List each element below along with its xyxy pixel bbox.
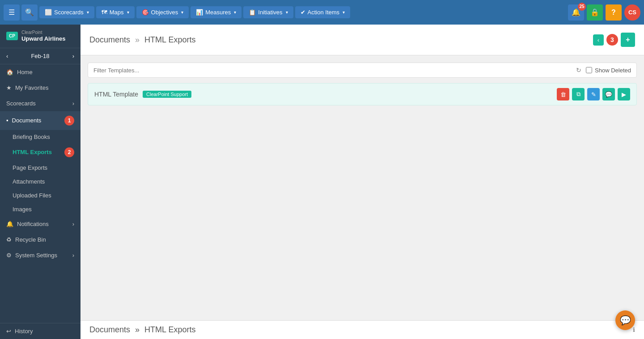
- footer-info-icon: ℹ: [633, 326, 635, 333]
- measures-nav-icon: 📊: [196, 9, 203, 16]
- maps-nav-icon: 🗺: [102, 9, 107, 16]
- main-content: Documents » HTML Exports ‹ 3 + ↻ Show De…: [80, 25, 644, 339]
- nav-measures-button[interactable]: 📊 Measures ▾: [191, 6, 242, 18]
- sidebar-period[interactable]: ‹ Feb-18 ›: [0, 48, 80, 64]
- action-items-dropdown-arrow: ▾: [343, 10, 345, 15]
- play-template-button[interactable]: ▶: [618, 88, 630, 100]
- objectives-dropdown-arrow: ▾: [181, 10, 183, 15]
- nav-scorecards-button[interactable]: ⬜ Scorecards ▾: [39, 6, 94, 18]
- template-row: HTML Template ClearPoint Support 🗑 ⧉ ✎ 💬…: [88, 83, 637, 105]
- sidebar-sub-uploaded-files[interactable]: Uploaded Files: [0, 188, 80, 202]
- prev-step-button[interactable]: ‹: [593, 34, 604, 46]
- content-body: ↻ Show Deleted HTML Template ClearPoint …: [80, 55, 644, 320]
- breadcrumb: Documents » HTML Exports: [89, 35, 195, 45]
- show-deleted-label[interactable]: Show Deleted: [595, 67, 631, 74]
- show-deleted-checkbox[interactable]: [586, 67, 592, 73]
- sidebar-scorecards-section[interactable]: Scorecards ›: [0, 96, 80, 111]
- copy-template-button[interactable]: ⧉: [572, 88, 585, 100]
- help-button[interactable]: ?: [606, 4, 622, 21]
- sidebar-sub-html-exports[interactable]: HTML Exports 2: [0, 144, 80, 161]
- home-icon: 🏠: [6, 69, 13, 75]
- template-name: HTML Template: [94, 91, 138, 98]
- objectives-nav-icon: 🎯: [142, 9, 149, 16]
- star-icon: ★: [6, 84, 12, 91]
- chevron-right-section-icon: ›: [72, 100, 74, 107]
- nav-maps-button[interactable]: 🗺 Maps ▾: [96, 6, 135, 18]
- chevron-settings-icon: ›: [72, 252, 74, 259]
- sidebar: CP ClearPoint Upward Airlines ‹ Feb-18 ›…: [0, 25, 80, 339]
- main-layout: CP ClearPoint Upward Airlines ‹ Feb-18 ›…: [0, 25, 644, 339]
- maps-dropdown-arrow: ▾: [127, 10, 129, 15]
- template-badge: ClearPoint Support: [143, 91, 191, 98]
- nav-objectives-button[interactable]: 🎯 Objectives ▾: [136, 6, 189, 18]
- notification-badge: 25: [578, 3, 586, 11]
- chat-widget-button[interactable]: 💬: [615, 310, 635, 330]
- scorecards-nav-icon: ⬜: [45, 9, 52, 16]
- sidebar-sub-page-exports[interactable]: Page Exports: [0, 161, 80, 175]
- history-icon: ↩: [6, 328, 11, 335]
- nav-right-actions: 🔔 25 🔒 ? CS: [568, 4, 640, 21]
- header-actions: ‹ 3 +: [593, 33, 635, 47]
- nav-initiatives-button[interactable]: 📋 Initiatives ▾: [243, 6, 293, 18]
- content-footer: Documents » HTML Exports ℹ: [80, 320, 644, 339]
- logo-text: ClearPoint Upward Airlines: [21, 30, 65, 42]
- footer-breadcrumb-sep: »: [135, 325, 140, 334]
- sidebar-logo: CP ClearPoint Upward Airlines: [0, 25, 80, 48]
- filter-actions: ↻ Show Deleted: [576, 67, 631, 74]
- sidebar-item-history[interactable]: ↩ History: [0, 323, 80, 339]
- sidebar-sub-attachments[interactable]: Attachments: [0, 175, 80, 188]
- recycle-icon: ♻: [6, 236, 12, 243]
- show-deleted-container: Show Deleted: [586, 67, 631, 74]
- initiatives-dropdown-arrow: ▾: [286, 10, 288, 15]
- delete-template-button[interactable]: 🗑: [557, 88, 569, 100]
- filter-input[interactable]: [93, 67, 576, 74]
- template-row-actions: 🗑 ⧉ ✎ 💬 ▶: [557, 88, 630, 100]
- footer-breadcrumb: Documents » HTML Exports: [89, 325, 195, 335]
- sidebar-item-favorites[interactable]: ★ My Favorites: [0, 80, 80, 96]
- scorecards-dropdown-arrow: ▾: [87, 10, 89, 15]
- hamburger-menu-button[interactable]: ☰: [4, 4, 20, 21]
- chevron-notifications-icon: ›: [72, 221, 74, 227]
- comment-template-button[interactable]: 💬: [602, 88, 615, 100]
- gear-icon: ⚙: [6, 252, 12, 259]
- initiatives-nav-icon: 📋: [249, 9, 256, 16]
- action-items-nav-icon: ✔: [301, 9, 305, 16]
- step-number-badge: 3: [606, 34, 618, 46]
- logo-icon: CP: [6, 32, 18, 40]
- lock-button[interactable]: 🔒: [587, 4, 603, 21]
- top-navigation: ☰ 🔍 ⬜ Scorecards ▾ 🗺 Maps ▾ 🎯 Objectives…: [0, 0, 644, 25]
- bell-icon: 🔔: [6, 221, 13, 227]
- step-badge-2: 2: [64, 147, 74, 157]
- user-avatar-button[interactable]: CS: [624, 4, 640, 21]
- sidebar-notifications-section[interactable]: 🔔 Notifications ›: [0, 216, 80, 232]
- add-template-button[interactable]: +: [621, 33, 635, 47]
- sidebar-item-home[interactable]: 🏠 Home: [0, 64, 80, 80]
- notifications-button[interactable]: 🔔 25: [568, 4, 584, 21]
- sidebar-item-recycle-bin[interactable]: ♻ Recycle Bin: [0, 232, 80, 247]
- sidebar-footer: ↩ History: [0, 323, 80, 339]
- content-header: Documents » HTML Exports ‹ 3 +: [80, 25, 644, 55]
- sidebar-sub-images[interactable]: Images: [0, 202, 80, 216]
- search-button[interactable]: 🔍: [21, 4, 38, 21]
- sidebar-item-documents[interactable]: ▪ Documents 1: [0, 111, 80, 130]
- breadcrumb-separator: »: [135, 35, 140, 44]
- refresh-button[interactable]: ↻: [576, 67, 581, 74]
- chevron-left-icon[interactable]: ‹: [6, 53, 8, 59]
- chevron-right-icon[interactable]: ›: [72, 53, 74, 59]
- sidebar-sub-briefing-books[interactable]: Briefing Books: [0, 130, 80, 144]
- documents-icon: ▪: [6, 117, 8, 124]
- measures-dropdown-arrow: ▾: [234, 10, 236, 15]
- filter-bar: ↻ Show Deleted: [88, 63, 637, 78]
- edit-template-button[interactable]: ✎: [587, 88, 600, 100]
- step-badge-1: 1: [64, 116, 74, 126]
- sidebar-system-settings-section[interactable]: ⚙ System Settings ›: [0, 247, 80, 263]
- nav-action-items-button[interactable]: ✔ Action Items ▾: [295, 6, 351, 18]
